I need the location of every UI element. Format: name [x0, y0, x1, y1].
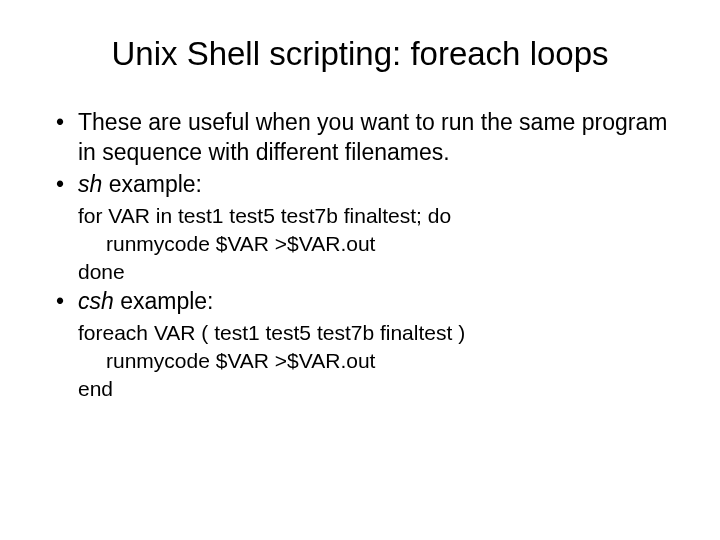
sh-code-block: for VAR in test1 test5 test7b finaltest;…	[50, 202, 670, 287]
sh-label-text: example:	[102, 171, 202, 197]
code-line: for VAR in test1 test5 test7b finaltest;…	[78, 202, 670, 230]
code-line: done	[78, 258, 670, 286]
sh-label-italic: sh	[78, 171, 102, 197]
code-line: foreach VAR ( test1 test5 test7b finalte…	[78, 319, 670, 347]
bullet-list: These are useful when you want to run th…	[50, 108, 670, 200]
bullet-list: csh example:	[50, 287, 670, 317]
csh-label-text: example:	[114, 288, 214, 314]
csh-label-italic: csh	[78, 288, 114, 314]
slide-title: Unix Shell scripting: foreach loops	[50, 35, 670, 73]
code-line: end	[78, 375, 670, 403]
code-line: runmycode $VAR >$VAR.out	[78, 347, 670, 375]
bullet-intro: These are useful when you want to run th…	[50, 108, 670, 168]
bullet-csh-example: csh example:	[50, 287, 670, 317]
code-line: runmycode $VAR >$VAR.out	[78, 230, 670, 258]
csh-code-block: foreach VAR ( test1 test5 test7b finalte…	[50, 319, 670, 404]
bullet-sh-example: sh example:	[50, 170, 670, 200]
